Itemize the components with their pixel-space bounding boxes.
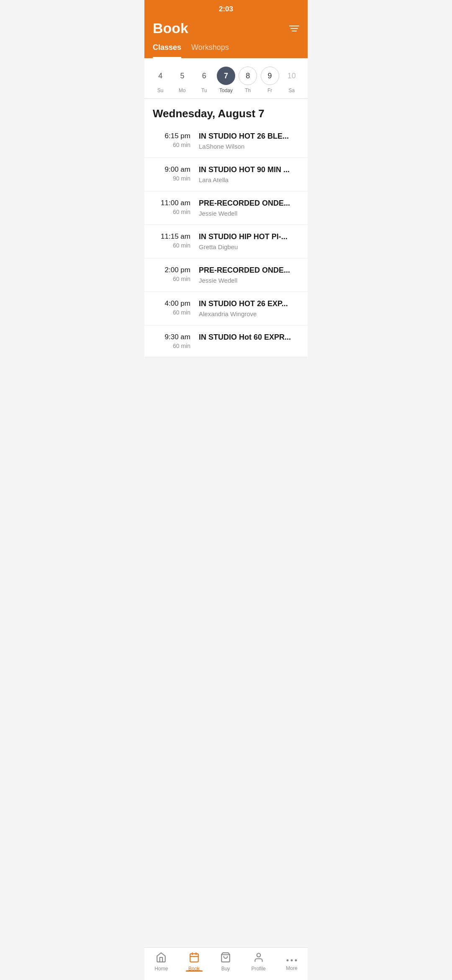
class-time-0: 6:15 pm 60 min [153, 132, 199, 148]
class-time-6: 9:30 am 60 min [153, 333, 199, 349]
filter-line-1 [289, 26, 299, 26]
selected-date: Wednesday, August 7 [153, 107, 299, 120]
class-info-0: IN STUDIO HOT 26 BLE... LaShone Wilson [199, 132, 299, 150]
filter-line-2 [290, 28, 298, 29]
class-info-1: IN STUDIO HOT 90 MIN ... Lara Atella [199, 165, 299, 183]
class-time-1: 9:00 am 90 min [153, 165, 199, 182]
filter-button[interactable] [289, 26, 299, 31]
class-item-5[interactable]: 4:00 pm 60 min IN STUDIO HOT 26 EXP... A… [144, 292, 308, 325]
date-heading: Wednesday, August 7 [144, 99, 308, 124]
calendar-day-8[interactable]: 8 Th [239, 67, 257, 93]
calendar-day-7-today[interactable]: 7 Today [217, 67, 235, 93]
class-info-5: IN STUDIO HOT 26 EXP... Alexandria Wingr… [199, 299, 299, 317]
class-time-4: 2:00 pm 60 min [153, 266, 199, 282]
calendar-day-9[interactable]: 9 Fr [261, 67, 279, 93]
header: Book [144, 16, 308, 36]
class-info-3: IN STUDIO HIP HOT PI-... Gretta Digbeu [199, 232, 299, 250]
class-item-6[interactable]: 9:30 am 60 min IN STUDIO Hot 60 EXPR... [144, 325, 308, 357]
status-bar: 2:03 [144, 0, 308, 16]
tab-classes[interactable]: Classes [153, 43, 181, 58]
calendar-strip: 4 Su 5 Mo 6 Tu 7 Today 8 Th 9 Fr 10 [144, 58, 308, 99]
day-label-10: Sa [288, 88, 295, 93]
calendar-day-5[interactable]: 5 Mo [173, 67, 191, 93]
class-list: 6:15 pm 60 min IN STUDIO HOT 26 BLE... L… [144, 124, 308, 357]
class-item-2[interactable]: 11:00 am 60 min PRE-RECORDED ONDE... Jes… [144, 191, 308, 225]
day-number-7: 7 [217, 67, 235, 85]
day-label-5: Mo [179, 88, 186, 93]
class-item-0[interactable]: 6:15 pm 60 min IN STUDIO HOT 26 BLE... L… [144, 124, 308, 158]
calendar-day-10[interactable]: 10 Sa [282, 67, 301, 93]
class-info-4: PRE-RECORDED ONDE... Jessie Wedell [199, 266, 299, 284]
day-number-4: 4 [151, 67, 170, 85]
status-time: 2:03 [219, 5, 233, 13]
tab-bar: Classes Workshops [144, 36, 308, 58]
calendar-day-4[interactable]: 4 Su [151, 67, 170, 93]
tab-workshops[interactable]: Workshops [191, 43, 229, 58]
class-item-1[interactable]: 9:00 am 90 min IN STUDIO HOT 90 MIN ... … [144, 158, 308, 191]
class-info-2: PRE-RECORDED ONDE... Jessie Wedell [199, 199, 299, 217]
class-time-3: 11:15 am 60 min [153, 232, 199, 249]
class-info-6: IN STUDIO Hot 60 EXPR... [199, 333, 299, 344]
class-time-2: 11:00 am 60 min [153, 199, 199, 215]
page-title: Book [153, 20, 188, 36]
day-number-9: 9 [261, 67, 279, 85]
day-label-4: Su [157, 88, 164, 93]
day-number-8: 8 [239, 67, 257, 85]
class-item-4[interactable]: 2:00 pm 60 min PRE-RECORDED ONDE... Jess… [144, 258, 308, 292]
calendar-day-6[interactable]: 6 Tu [195, 67, 213, 93]
filter-line-3 [292, 31, 297, 31]
day-label-6: Tu [201, 88, 207, 93]
day-label-8: Th [245, 88, 251, 93]
day-label-9: Fr [267, 88, 272, 93]
day-label-today: Today [219, 88, 233, 93]
day-number-10: 10 [282, 67, 301, 85]
day-number-6: 6 [195, 67, 213, 85]
day-number-5: 5 [173, 67, 191, 85]
class-item-3[interactable]: 11:15 am 60 min IN STUDIO HIP HOT PI-...… [144, 225, 308, 258]
class-time-5: 4:00 pm 60 min [153, 299, 199, 316]
